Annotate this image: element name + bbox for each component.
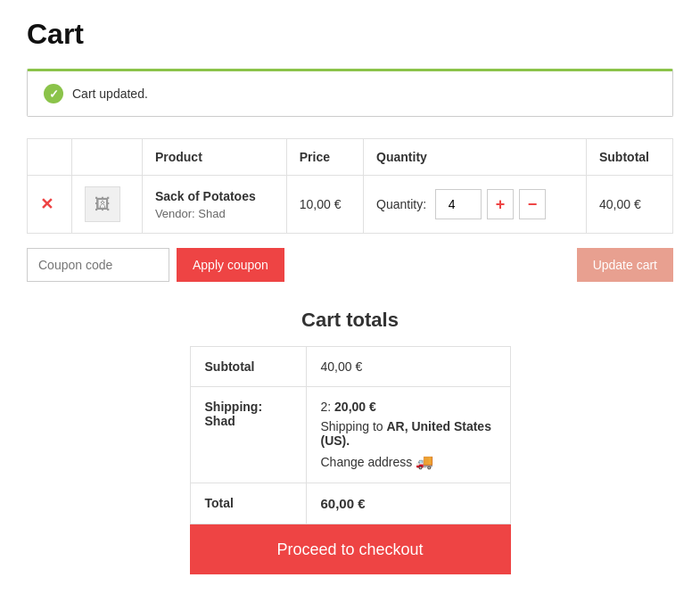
cart-updated-text: Cart updated. — [72, 87, 148, 101]
product-name: Sack of Potatoes — [155, 189, 274, 203]
col-subtotal: Subtotal — [586, 139, 672, 176]
success-icon — [44, 84, 63, 103]
shipping-to-prefix: Shipping to — [321, 419, 383, 433]
product-image-cell: 🖼 — [72, 176, 143, 234]
truck-icon: 🚚 — [416, 453, 433, 470]
subtotal-row: Subtotal 40,00 € — [190, 347, 510, 387]
shipping-prefix: 2: — [321, 400, 332, 414]
shipping-row: Shipping: Shad 2: 20,00 € Shipping to AR… — [190, 387, 510, 483]
proceed-to-checkout-button[interactable]: Proceed to checkout — [190, 524, 511, 574]
product-vendor: Vendor: Shad — [155, 207, 274, 220]
apply-coupon-button[interactable]: Apply coupon — [177, 248, 284, 282]
remove-item-button[interactable]: ✕ — [40, 196, 54, 212]
quantity-cell: Quantity: + − — [364, 176, 587, 234]
subtotal-label: Subtotal — [190, 347, 306, 387]
quantity-label: Quantity: — [376, 197, 426, 211]
quantity-input[interactable] — [435, 189, 482, 219]
total-row: Total 60,00 € — [190, 483, 510, 524]
subtotal-value: 40,00 € — [306, 347, 510, 387]
shipping-cost: 20,00 € — [334, 400, 376, 414]
coupon-row: Apply coupon Update cart — [27, 248, 673, 282]
col-quantity: Quantity — [364, 139, 587, 176]
vendor-label: Vendor: — [155, 207, 195, 220]
shipping-label-line2: Shad — [205, 414, 235, 428]
total-label: Total — [190, 483, 306, 524]
price-cell: 10,00 € — [286, 176, 363, 234]
col-price: Price — [286, 139, 363, 176]
image-placeholder-icon: 🖼 — [95, 195, 111, 214]
col-product: Product — [142, 139, 286, 176]
totals-table: Subtotal 40,00 € Shipping: Shad 2: 20,00… — [190, 346, 511, 524]
cart-updated-banner: Cart updated. — [27, 69, 673, 117]
cart-table: Product Price Quantity Subtotal ✕ 🖼 Sack… — [27, 138, 673, 234]
total-value: 60,00 € — [306, 483, 510, 524]
change-address: Change address 🚚 — [321, 453, 496, 470]
product-price: 10,00 € — [300, 197, 342, 211]
table-row: ✕ 🖼 Sack of Potatoes Vendor: Shad 10,00 … — [28, 176, 673, 234]
quantity-control: Quantity: + − — [376, 189, 573, 219]
coupon-left: Apply coupon — [27, 248, 284, 282]
page-title: Cart — [27, 18, 673, 51]
col-image — [72, 139, 143, 176]
col-remove — [28, 139, 72, 176]
quantity-decrease-button[interactable]: − — [519, 189, 546, 219]
product-info-cell: Sack of Potatoes Vendor: Shad — [142, 176, 286, 234]
vendor-name: Shad — [198, 207, 225, 220]
cart-totals-title: Cart totals — [301, 309, 399, 332]
cart-totals-section: Cart totals Subtotal 40,00 € Shipping: S… — [27, 309, 673, 574]
remove-cell: ✕ — [28, 176, 72, 234]
shipping-to: Shipping to AR, United States (US). — [321, 419, 496, 448]
shipping-amount: 2: 20,00 € — [321, 400, 496, 414]
shipping-value: 2: 20,00 € Shipping to AR, United States… — [306, 387, 510, 483]
row-subtotal: 40,00 € — [599, 197, 641, 211]
quantity-increase-button[interactable]: + — [487, 189, 514, 219]
product-thumbnail: 🖼 — [85, 186, 120, 222]
update-cart-button[interactable]: Update cart — [577, 248, 673, 282]
coupon-input[interactable] — [27, 248, 169, 282]
subtotal-cell: 40,00 € — [586, 176, 672, 234]
shipping-label-line1: Shipping: — [205, 400, 263, 414]
shipping-label: Shipping: Shad — [190, 387, 306, 483]
change-address-link[interactable]: Change address — [321, 455, 413, 469]
